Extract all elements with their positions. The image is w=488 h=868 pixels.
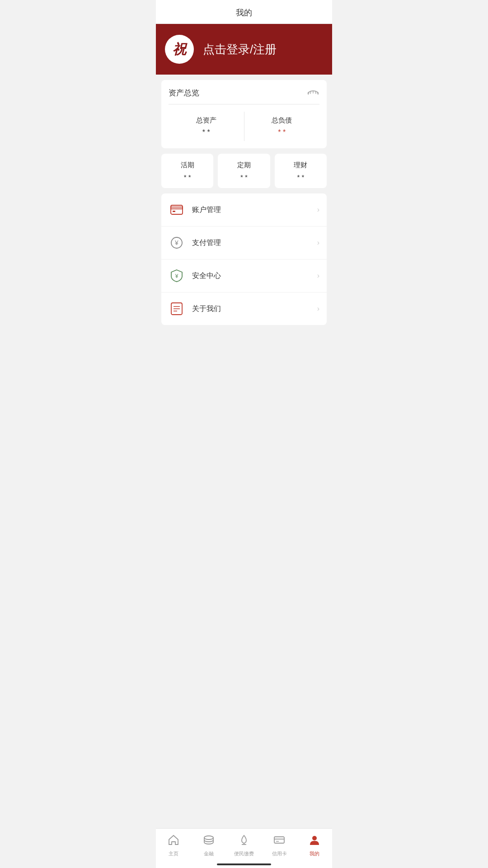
payment-chevron-icon: › — [317, 239, 319, 247]
about-icon-wrapper — [169, 301, 185, 317]
asset-cards-section: 活期 * * 定期 * * 理财 * * — [161, 154, 327, 188]
home-indicator — [217, 863, 271, 865]
nav-home-label: 主页 — [169, 850, 178, 857]
assets-overview-section: 资产总览 总资产 * * 总负债 * * — [161, 80, 327, 148]
assets-grid: 总资产 * * 总负债 * * — [169, 112, 319, 141]
menu-item-security[interactable]: ¥ 安全中心 › — [161, 259, 327, 292]
svg-rect-2 — [173, 211, 175, 212]
account-label: 账户管理 — [192, 205, 317, 215]
login-label: 点击登录/注册 — [203, 42, 277, 57]
card-fixed-value: * * — [221, 173, 266, 181]
svg-point-10 — [204, 836, 213, 840]
total-assets-item: 总资产 * * — [169, 112, 244, 141]
about-label: 关于我们 — [192, 304, 317, 314]
svg-text:¥: ¥ — [175, 273, 178, 279]
card-current-label: 活期 — [165, 161, 210, 170]
services-icon — [238, 834, 250, 849]
account-icon-wrapper — [169, 202, 185, 218]
payment-label: 支付管理 — [192, 238, 317, 248]
nav-credit-label: 信用卡 — [272, 850, 287, 857]
card-wealth[interactable]: 理财 * * — [275, 154, 327, 188]
assets-title: 资产总览 — [169, 88, 199, 98]
nav-services-label: 便民缴费 — [234, 850, 254, 857]
svg-point-16 — [312, 836, 317, 840]
svg-rect-0 — [171, 205, 183, 214]
credit-icon — [273, 834, 285, 849]
page-title: 我的 — [236, 8, 252, 17]
security-label: 安全中心 — [192, 271, 317, 281]
svg-rect-1 — [171, 207, 183, 209]
security-icon-wrapper: ¥ — [169, 268, 185, 284]
svg-text:¥: ¥ — [174, 239, 178, 246]
logo-text: 祝 — [173, 40, 186, 59]
payment-icon-wrapper: ¥ — [169, 235, 185, 251]
menu-item-payment[interactable]: ¥ 支付管理 › — [161, 226, 327, 259]
finance-icon — [203, 834, 215, 849]
svg-rect-13 — [274, 837, 284, 843]
menu-item-account[interactable]: 账户管理 › — [161, 193, 327, 226]
bottom-navigation: 主页 金融 便民缴费 信用卡 — [156, 828, 332, 868]
card-fixed[interactable]: 定期 * * — [218, 154, 270, 188]
total-liabilities-value: * * — [244, 128, 320, 137]
nav-item-credit[interactable]: 信用卡 — [262, 832, 297, 859]
nav-item-home[interactable]: 主页 — [156, 832, 191, 859]
menu-section: 账户管理 › ¥ 支付管理 › ¥ 安全中心 › — [161, 193, 327, 325]
eye-toggle-icon[interactable] — [307, 87, 319, 99]
card-fixed-label: 定期 — [221, 161, 266, 170]
about-chevron-icon: › — [317, 305, 319, 313]
total-assets-label: 总资产 — [169, 116, 244, 125]
card-wealth-value: * * — [278, 173, 323, 181]
nav-item-mine[interactable]: 我的 — [297, 832, 332, 859]
home-icon — [168, 834, 179, 849]
app-logo: 祝 — [165, 35, 194, 64]
nav-finance-label: 金融 — [204, 850, 214, 857]
account-chevron-icon: › — [317, 206, 319, 214]
card-wealth-label: 理财 — [278, 161, 323, 170]
total-liabilities-item: 总负债 * * — [244, 112, 320, 141]
card-current[interactable]: 活期 * * — [161, 154, 213, 188]
page-header: 我的 — [156, 0, 332, 24]
assets-header: 资产总览 — [169, 87, 319, 104]
menu-item-about[interactable]: 关于我们 › — [161, 292, 327, 325]
mine-icon — [309, 834, 320, 849]
nav-item-services[interactable]: 便民缴费 — [226, 832, 262, 859]
total-liabilities-label: 总负债 — [244, 116, 320, 125]
security-chevron-icon: › — [317, 272, 319, 280]
login-banner[interactable]: 祝 点击登录/注册 — [156, 24, 332, 75]
nav-item-finance[interactable]: 金融 — [191, 832, 226, 859]
card-current-value: * * — [165, 173, 210, 181]
nav-mine-label: 我的 — [310, 850, 319, 857]
total-assets-value: * * — [169, 128, 244, 137]
